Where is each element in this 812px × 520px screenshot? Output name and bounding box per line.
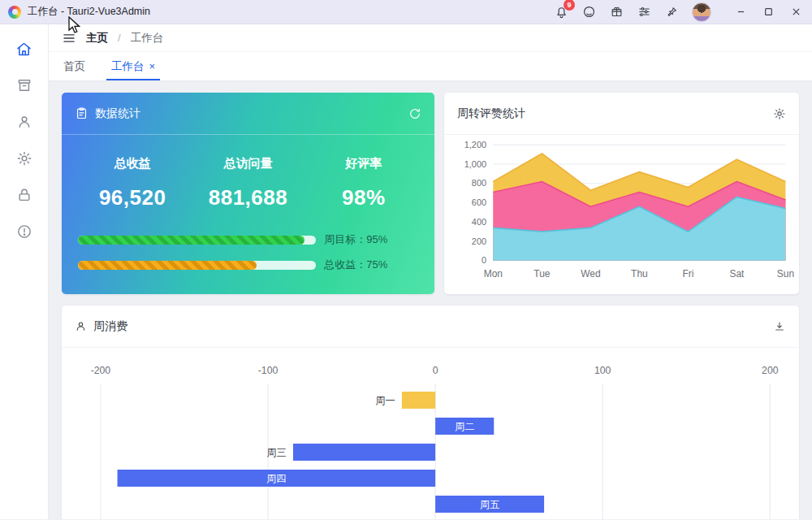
clipboard-icon [75, 106, 89, 120]
svg-text:100: 100 [594, 365, 611, 376]
svg-text:1,000: 1,000 [464, 159, 486, 169]
breadcrumb-separator: / [118, 32, 121, 44]
sidebar-item-users[interactable] [6, 104, 42, 140]
pin-button[interactable] [664, 5, 679, 20]
svg-text:1,200: 1,200 [464, 140, 486, 150]
progress-total-revenue: 总收益：75% [78, 258, 418, 272]
github-icon [582, 5, 596, 19]
svg-text:周四: 周四 [266, 473, 286, 484]
user-icon [75, 320, 87, 332]
app-logo-icon [8, 6, 21, 19]
notifications-button[interactable]: 9 [554, 5, 568, 20]
sliders-icon [637, 5, 651, 19]
titlebar[interactable]: 工作台 - Tauri2-Vue3Admin 9 [0, 0, 812, 24]
pin-icon [665, 6, 678, 19]
user-icon [16, 114, 32, 130]
main-area: 主页 / 工作台 首页 工作台 × [49, 24, 812, 519]
tab-workbench[interactable]: 工作台 × [110, 52, 157, 80]
area-chart-card: 周转评赞统计 02004006008001,0001,200MonTueWedT… [444, 93, 799, 294]
tab-home[interactable]: 首页 [62, 52, 87, 80]
sidebar-item-about[interactable] [6, 214, 42, 249]
svg-text:800: 800 [472, 178, 486, 188]
alert-circle-icon [16, 223, 32, 240]
maximize-button[interactable] [757, 2, 780, 22]
minimize-button[interactable] [729, 2, 752, 22]
svg-text:周五: 周五 [480, 499, 499, 510]
menu-collapse-button[interactable] [62, 31, 76, 46]
progress-fill-orange [78, 261, 257, 270]
content: 数据统计 总收益 96,520 [49, 81, 812, 519]
svg-text:周二: 周二 [455, 421, 474, 432]
stat-label: 总访问量 [190, 156, 305, 171]
sidebar-item-home[interactable] [6, 31, 42, 67]
progress-track [78, 261, 316, 270]
svg-text:Sun: Sun [777, 268, 794, 280]
svg-text:周一: 周一 [375, 395, 395, 406]
archive-icon [16, 77, 32, 93]
sidebar-item-settings[interactable] [6, 141, 42, 176]
stat-value: 98% [306, 185, 421, 210]
progress-track [78, 236, 316, 245]
sidebar-item-storage[interactable] [6, 67, 42, 103]
gear-icon [773, 107, 786, 120]
stats-card: 数据统计 总收益 96,520 [62, 93, 434, 294]
stat-visits: 总访问量 881,688 [190, 156, 305, 210]
area-chart-body: 02004006008001,0001,200MonTueWedThuFriSa… [444, 135, 799, 294]
tab-workbench-label: 工作台 [111, 59, 145, 74]
app-window: 工作台 - Tauri2-Vue3Admin 9 [0, 0, 812, 520]
minimize-icon [736, 7, 745, 16]
close-button[interactable] [784, 2, 807, 22]
stats-card-header: 数据统计 [62, 93, 434, 135]
stat-value: 96,520 [75, 185, 190, 210]
progress-label: 周目标：95% [324, 232, 387, 247]
svg-text:周三: 周三 [266, 447, 286, 458]
stats-card-body: 总收益 96,520 总访问量 881,688 好评率 98% [62, 135, 434, 294]
bar-chart-card: 周消费 -200-1000100200周一周二周三周四周五 [62, 306, 799, 519]
stats-card-title: 数据统计 [95, 106, 140, 121]
stat-rating: 好评率 98% [306, 156, 421, 210]
chart-settings-button[interactable] [773, 107, 786, 120]
breadcrumb-home[interactable]: 主页 [86, 31, 108, 46]
svg-text:Mon: Mon [484, 268, 503, 280]
area-chart[interactable]: 02004006008001,0001,200MonTueWedThuFriSa… [444, 135, 799, 294]
tab-close-icon[interactable]: × [149, 61, 156, 72]
svg-text:-200: -200 [91, 365, 111, 376]
stat-value: 881,688 [190, 185, 305, 210]
user-avatar[interactable] [692, 2, 711, 22]
refresh-icon [408, 107, 421, 120]
svg-text:400: 400 [472, 217, 486, 227]
bar-card-title: 周消费 [93, 319, 127, 334]
bar-card-header: 周消费 [62, 306, 799, 348]
close-icon [792, 7, 801, 16]
window-controls [729, 2, 807, 22]
layout-settings-button[interactable] [637, 5, 651, 20]
lock-icon [16, 187, 32, 203]
svg-text:Sat: Sat [729, 268, 745, 280]
download-button[interactable] [773, 320, 786, 333]
refresh-button[interactable] [408, 107, 421, 120]
bar-chart[interactable]: -200-1000100200周一周二周三周四周五 [62, 348, 799, 519]
sidebar [0, 24, 49, 519]
notification-badge: 9 [564, 0, 575, 11]
page-header: 主页 / 工作台 [49, 24, 812, 52]
bar-chart-body: -200-1000100200周一周二周三周四周五 [62, 348, 799, 519]
svg-text:600: 600 [472, 197, 486, 207]
progress-fill-green [78, 236, 304, 245]
svg-text:Thu: Thu [631, 268, 648, 280]
sidebar-item-security[interactable] [6, 177, 42, 213]
home-icon [15, 41, 32, 58]
github-button[interactable] [581, 5, 596, 20]
stat-label: 总收益 [75, 156, 190, 171]
breadcrumb-current: 工作台 [131, 31, 164, 46]
svg-text:200: 200 [762, 365, 779, 376]
svg-text:-100: -100 [258, 365, 279, 376]
window-title: 工作台 - Tauri2-Vue3Admin [28, 5, 150, 19]
area-card-title: 周转评赞统计 [457, 106, 525, 121]
svg-text:200: 200 [472, 236, 486, 246]
theme-button[interactable] [609, 5, 624, 20]
maximize-icon [764, 7, 773, 16]
gear-icon [16, 150, 32, 167]
progress-label: 总收益：75% [324, 258, 387, 272]
stat-label: 好评率 [306, 156, 421, 171]
titlebar-left: 工作台 - Tauri2-Vue3Admin [8, 5, 150, 19]
